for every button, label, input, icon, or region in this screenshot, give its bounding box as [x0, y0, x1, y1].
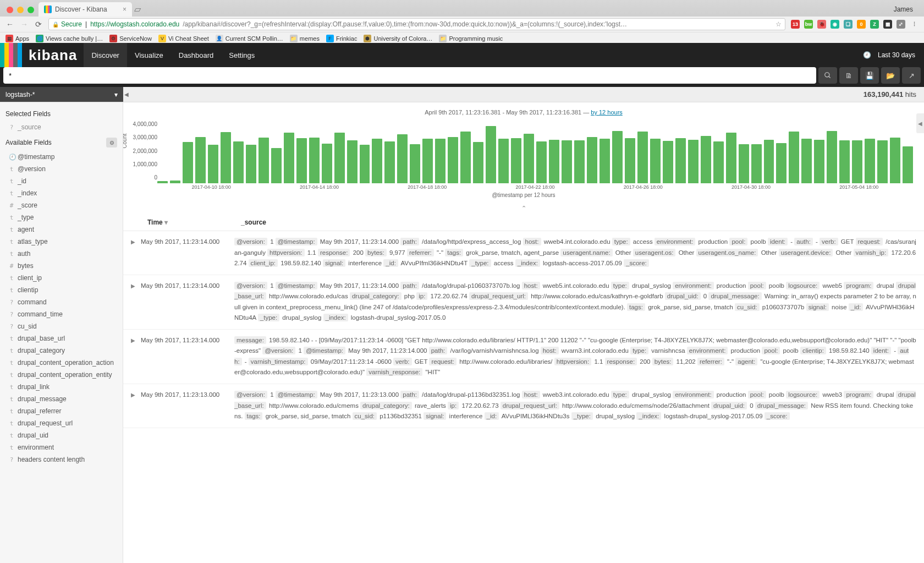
- histogram-bar[interactable]: [789, 132, 799, 183]
- histogram-bar[interactable]: [637, 132, 648, 183]
- extension-icon[interactable]: ⋮: [910, 20, 919, 29]
- histogram-bar[interactable]: [208, 145, 218, 183]
- field-clientip[interactable]: tclientip: [0, 284, 123, 296]
- histogram-bar[interactable]: [562, 140, 572, 183]
- extension-icon[interactable]: bw: [804, 20, 813, 29]
- histogram-bar[interactable]: [258, 138, 269, 183]
- nav-tab-visualize[interactable]: Visualize: [127, 43, 171, 67]
- histogram-bar[interactable]: [384, 141, 395, 183]
- bookmark-item[interactable]: VVi Cheat Sheet: [158, 35, 209, 42]
- gear-icon[interactable]: ⚙: [106, 138, 117, 147]
- address-bar[interactable]: Secure | https://wlogstash.colorado.edu/…: [48, 18, 785, 30]
- field-environment[interactable]: tenvironment: [0, 441, 123, 453]
- histogram-bar[interactable]: [625, 138, 635, 183]
- histogram-bar[interactable]: [233, 141, 244, 183]
- chrome-profile[interactable]: James: [894, 6, 920, 17]
- expand-row-button[interactable]: ▶: [131, 281, 141, 324]
- index-pattern-selector[interactable]: logstash-* ▾: [0, 87, 123, 102]
- histogram-bar[interactable]: [473, 142, 483, 183]
- col-time-header[interactable]: Time ▾: [147, 218, 241, 226]
- expand-row-button[interactable]: ▶: [131, 390, 141, 422]
- histogram-bar[interactable]: [296, 138, 307, 183]
- maximize-window-icon[interactable]: [28, 7, 34, 13]
- query-field[interactable]: [9, 72, 811, 80]
- field-@timestamp[interactable]: 🕘@timestamp: [0, 151, 123, 163]
- histogram-bar[interactable]: [524, 134, 534, 183]
- window-controls[interactable]: [4, 7, 38, 17]
- field-client_ip[interactable]: tclient_ip: [0, 272, 123, 284]
- histogram-bar[interactable]: [397, 134, 408, 183]
- bookmark-item[interactable]: ▦Apps: [6, 35, 29, 42]
- open-search-button[interactable]: 📂: [881, 67, 900, 84]
- field-_type[interactable]: t_type: [0, 211, 123, 223]
- field-drupal_link[interactable]: tdrupal_link: [0, 381, 123, 393]
- extension-icon[interactable]: ⤢: [897, 20, 905, 29]
- field-command_time[interactable]: ?command_time: [0, 308, 123, 320]
- histogram-bar[interactable]: [284, 133, 294, 183]
- extension-icon[interactable]: ◉: [831, 20, 839, 29]
- histogram-bar[interactable]: [726, 133, 736, 183]
- field-drupal_request_url[interactable]: tdrupal_request_url: [0, 417, 123, 429]
- histogram-bar[interactable]: [486, 126, 496, 183]
- histogram-bar[interactable]: [195, 137, 206, 183]
- histogram-bar[interactable]: [675, 138, 686, 183]
- browser-tab[interactable]: Discover - Kibana ×: [38, 2, 132, 17]
- histogram-bar[interactable]: [890, 138, 900, 183]
- interval-link[interactable]: by 12 hours: [591, 109, 622, 116]
- toggle-histogram-button[interactable]: ⌃: [123, 203, 924, 214]
- close-window-icon[interactable]: [7, 7, 13, 13]
- time-picker[interactable]: Last 30 days: [878, 51, 915, 59]
- histogram-bar[interactable]: [701, 136, 711, 183]
- histogram-bar[interactable]: [183, 142, 193, 183]
- field-cu_sid[interactable]: ?cu_sid: [0, 320, 123, 332]
- histogram-bar[interactable]: [650, 139, 661, 183]
- histogram-bar[interactable]: [814, 140, 824, 183]
- field-drupal_message[interactable]: tdrupal_message: [0, 393, 123, 405]
- new-search-button[interactable]: 🗎: [839, 67, 858, 84]
- histogram-bar[interactable]: [764, 140, 774, 183]
- field-atlas_type[interactable]: tatlas_type: [0, 236, 123, 248]
- histogram-bar[interactable]: [549, 140, 559, 183]
- extension-icon[interactable]: 🐞: [817, 20, 826, 29]
- histogram-bar[interactable]: [827, 131, 837, 183]
- field-@version[interactable]: t@version: [0, 163, 123, 175]
- field-auth[interactable]: tauth: [0, 248, 123, 260]
- minimize-window-icon[interactable]: [17, 7, 24, 13]
- share-button[interactable]: ↗: [902, 67, 921, 84]
- nav-tab-discover[interactable]: Discover: [84, 43, 127, 67]
- histogram-bar[interactable]: [309, 138, 320, 183]
- new-tab-button[interactable]: ▱: [132, 4, 145, 17]
- histogram-bar[interactable]: [360, 145, 370, 183]
- histogram-bar[interactable]: [600, 139, 610, 183]
- field-drupal_base_url[interactable]: tdrupal_base_url: [0, 332, 123, 345]
- field-drupal_content_operation_entity[interactable]: tdrupal_content_operation_entity: [0, 369, 123, 381]
- histogram-bar[interactable]: [347, 140, 358, 183]
- histogram-bar[interactable]: [410, 144, 420, 183]
- field-headers content length[interactable]: ?headers content length: [0, 453, 123, 466]
- histogram-bar[interactable]: [511, 138, 521, 183]
- extension-icon[interactable]: ❑: [844, 20, 853, 29]
- histogram-bar[interactable]: [536, 141, 547, 183]
- bookmark-item[interactable]: 🌀Views cache bully |…: [36, 35, 103, 42]
- field-drupal_referrer[interactable]: tdrupal_referrer: [0, 405, 123, 417]
- histogram-chart[interactable]: Count 4,000,0003,000,0002,000,0001,000,0…: [123, 118, 924, 183]
- histogram-bar[interactable]: [170, 181, 180, 183]
- bookmark-star-icon[interactable]: ☆: [776, 20, 782, 28]
- field-agent[interactable]: tagent: [0, 223, 123, 236]
- save-search-button[interactable]: 💾: [860, 67, 879, 84]
- nav-tab-settings[interactable]: Settings: [221, 43, 262, 67]
- histogram-bar[interactable]: [739, 144, 749, 183]
- histogram-bar[interactable]: [221, 132, 231, 183]
- bookmark-item[interactable]: FFrinkiac: [326, 35, 358, 42]
- histogram-bar[interactable]: [877, 140, 888, 183]
- field-drupal_uid[interactable]: tdrupal_uid: [0, 429, 123, 441]
- field-command[interactable]: ?command: [0, 296, 123, 308]
- histogram-bar[interactable]: [271, 148, 282, 183]
- histogram-bar[interactable]: [852, 140, 862, 183]
- histogram-bar[interactable]: [322, 144, 332, 183]
- bookmark-item[interactable]: 📁memes: [290, 35, 320, 42]
- field-_source[interactable]: ?_source: [0, 121, 123, 133]
- extension-icon[interactable]: 13: [791, 20, 800, 29]
- bookmark-item[interactable]: ⬢University of Colora…: [364, 35, 432, 42]
- extension-icon[interactable]: ▦: [883, 20, 892, 29]
